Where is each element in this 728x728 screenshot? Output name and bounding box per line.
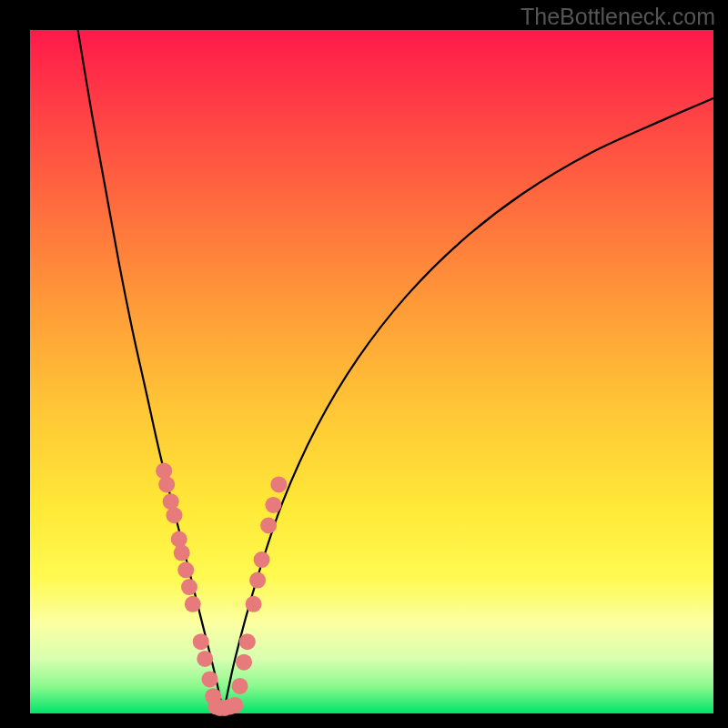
highlight-dot: [227, 697, 243, 713]
highlight-dot: [156, 462, 172, 479]
highlight-dot: [239, 633, 256, 650]
highlight-dot: [163, 493, 179, 510]
left-branch-curve: [78, 30, 224, 713]
highlight-dots: [156, 462, 287, 716]
highlight-dot: [193, 633, 209, 650]
highlight-dot: [202, 671, 218, 687]
highlight-dot: [270, 476, 287, 492]
highlight-dot: [174, 545, 190, 561]
watermark-text: TheBottleneck.com: [521, 4, 715, 30]
right-branch-curve: [224, 98, 713, 713]
highlight-dot: [185, 596, 201, 612]
highlight-dot: [265, 497, 281, 513]
highlight-dot: [246, 596, 262, 612]
highlight-dot: [158, 476, 175, 492]
curve-layer: [30, 30, 713, 713]
highlight-dot: [254, 551, 270, 568]
highlight-dot: [249, 572, 266, 589]
highlight-dot: [232, 678, 248, 694]
highlight-dot: [166, 507, 182, 523]
highlight-dot: [171, 531, 187, 547]
highlight-dot: [177, 561, 194, 578]
highlight-dot: [236, 654, 252, 671]
highlight-dot: [260, 517, 277, 533]
highlight-dot: [197, 651, 213, 667]
chart-frame: TheBottleneck.com: [0, 0, 728, 728]
highlight-dot: [181, 579, 197, 595]
